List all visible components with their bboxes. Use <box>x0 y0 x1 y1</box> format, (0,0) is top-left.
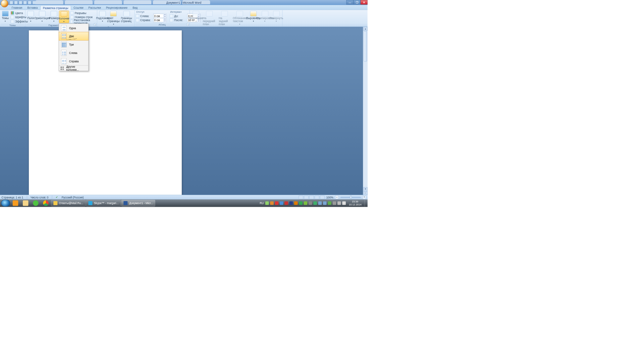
status-page[interactable]: Страница: 1 из 1 <box>2 196 23 199</box>
status-word-count[interactable]: Число слов: 0 <box>31 196 49 199</box>
group-page-background: Подложка▾ Цвет страницы▾ Границы страниц… <box>97 10 135 26</box>
page-borders-icon <box>123 11 130 16</box>
breaks-button[interactable]: Разрывы <box>70 11 96 15</box>
view-print-layout-button[interactable] <box>299 195 303 199</box>
tray-icon[interactable] <box>333 201 336 205</box>
start-button[interactable] <box>1 199 10 206</box>
tray-clock[interactable]: 23:36 10.12.2014 <box>347 200 363 206</box>
app-icon <box>88 201 92 205</box>
tray-icon[interactable] <box>313 201 317 205</box>
title-bar: Документ1 - Microsoft Word — ❐ ✕ <box>0 0 368 5</box>
zoom-slider[interactable] <box>340 197 361 198</box>
send-back-button[interactable]: На задний план▾ <box>218 11 231 29</box>
zoom-out-button[interactable]: − <box>335 195 339 199</box>
rotate-button[interactable]: Повернуть▾ <box>271 11 281 22</box>
tray-icon[interactable] <box>342 201 346 205</box>
page-color-button[interactable]: Цвет страницы▾ <box>107 11 119 26</box>
vertical-scrollbar[interactable]: ▲ ▼ ◦ ▾ <box>363 27 368 199</box>
bring-front-button[interactable]: На передний план▾ <box>202 11 217 29</box>
taskbar-app-button[interactable]: Skype™ - margari... <box>86 200 121 206</box>
qat-icon[interactable] <box>23 1 27 4</box>
view-draft-button[interactable] <box>320 195 325 199</box>
tab-view[interactable]: Вид <box>130 6 140 10</box>
columns-option-three[interactable]: Три <box>59 40 89 49</box>
tray-icon[interactable] <box>323 201 327 205</box>
columns-button[interactable]: Колонки▾ <box>59 11 69 23</box>
minimize-button[interactable]: — <box>346 0 353 5</box>
view-web-layout-button[interactable] <box>309 195 314 199</box>
close-button[interactable]: ✕ <box>361 0 368 5</box>
send-back-icon <box>221 11 228 16</box>
taskbar-app-button[interactable]: Документ1 - Micr... <box>121 200 155 206</box>
tray-icon[interactable] <box>337 201 341 205</box>
zoom-handle[interactable] <box>350 196 352 199</box>
tray-icon[interactable] <box>284 201 288 205</box>
tab-mailings[interactable]: Рассылки <box>86 6 103 10</box>
app-icon <box>124 201 128 205</box>
office-button[interactable] <box>1 0 8 7</box>
tray-icon[interactable] <box>270 201 274 205</box>
zoom-in-button[interactable]: + <box>363 195 366 199</box>
page-borders-button[interactable]: Границы страниц <box>120 11 133 23</box>
scroll-thumb[interactable] <box>364 31 367 62</box>
view-full-screen-button[interactable] <box>304 195 309 199</box>
taskbar-pinned-explorer[interactable] <box>21 200 31 206</box>
group-arrange: Положение▾ На передний план▾ На задний п… <box>190 10 282 26</box>
qat-icon[interactable] <box>28 1 32 4</box>
scroll-down-button[interactable]: ▼ <box>363 187 368 191</box>
taskbar-pinned-chrome[interactable] <box>41 200 51 206</box>
page-setup-dialog-launcher[interactable]: ↘ <box>94 23 97 26</box>
tab-page-layout[interactable]: Разметка страницы <box>40 6 71 10</box>
watermark-button[interactable]: Подложка▾ <box>98 11 107 22</box>
themes-button[interactable]: Темы▾ <box>1 11 10 22</box>
columns-option-one[interactable]: Одна <box>59 24 89 32</box>
tray-icon[interactable] <box>309 201 312 205</box>
tray-icon[interactable] <box>328 201 331 205</box>
hyphenation-button[interactable]: Расстановка переносов <box>70 19 96 23</box>
tab-home[interactable]: Главная <box>9 6 25 10</box>
qat-save-icon[interactable] <box>10 1 13 4</box>
tray-language[interactable]: RU <box>260 201 264 204</box>
view-outline-button[interactable] <box>315 195 319 199</box>
taskbar-app-button[interactable]: Ответы@Mail.Ru... <box>51 200 85 206</box>
qat-undo-icon[interactable] <box>14 1 18 4</box>
paragraph-dialog-launcher[interactable]: ↘ <box>186 23 189 26</box>
tray-icon[interactable] <box>280 201 283 205</box>
tray-icon[interactable] <box>294 201 298 205</box>
hyphenation-icon <box>70 20 73 23</box>
scroll-up-button[interactable]: ▲ <box>363 27 368 31</box>
tray-icon[interactable] <box>289 201 293 205</box>
indent-left-icon <box>136 14 140 18</box>
columns-option-left[interactable]: Слева <box>59 49 89 57</box>
orientation-button[interactable]: Ориентация▾ <box>36 11 49 22</box>
indent-right-spinner[interactable]: ▲▼ <box>153 18 166 22</box>
tray-icon[interactable] <box>304 201 308 205</box>
app-icon <box>53 201 57 205</box>
zoom-level[interactable]: 100% <box>326 196 333 199</box>
tray-icon[interactable] <box>265 201 269 205</box>
tab-insert[interactable]: Вставка <box>25 6 40 10</box>
proofing-icon[interactable]: ✔ <box>56 195 58 199</box>
columns-option-more[interactable]: Другие колонки... <box>59 65 89 71</box>
margins-button[interactable]: Поля▾ <box>26 11 35 22</box>
columns-option-right[interactable]: Справа <box>59 57 89 65</box>
position-button[interactable]: Положение▾ <box>191 11 201 22</box>
taskbar-pinned-utorrent[interactable] <box>31 200 41 206</box>
status-language[interactable]: Русский (Россия) <box>62 196 84 199</box>
document-page[interactable] <box>29 31 182 195</box>
size-button[interactable]: Размер▾ <box>49 11 58 22</box>
text-wrap-button[interactable]: Обтекание текстом▾ <box>232 11 248 26</box>
document-area: ▲ ▼ ◦ ▾ <box>0 27 368 199</box>
tray-icon[interactable] <box>318 201 322 205</box>
two-column-icon <box>61 33 67 39</box>
qat-redo-icon[interactable] <box>19 1 22 4</box>
ribbon: Темы▾ Цвета Шрифты Эффекты Темы Поля▾ Ор… <box>0 10 368 27</box>
tray-icon[interactable] <box>275 201 279 205</box>
taskbar-pinned-media[interactable] <box>11 200 20 206</box>
tab-references[interactable]: Ссылки <box>71 6 86 10</box>
tab-review[interactable]: Рецензирование <box>103 6 130 10</box>
indent-left-spinner[interactable]: ▲▼ <box>153 14 166 18</box>
show-desktop-button[interactable] <box>365 199 367 206</box>
tray-icon[interactable] <box>299 201 303 205</box>
maximize-button[interactable]: ❐ <box>354 0 361 5</box>
